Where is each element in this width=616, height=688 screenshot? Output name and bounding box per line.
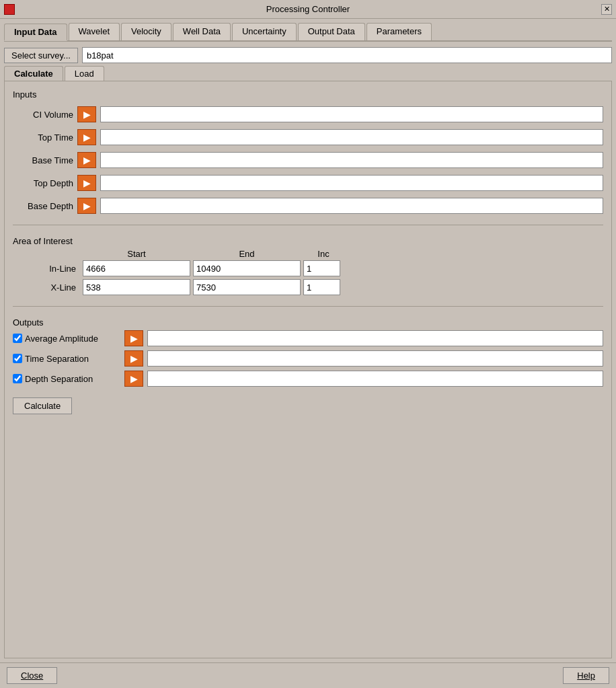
base-time-arrow-button[interactable] bbox=[77, 152, 96, 168]
top-depth-label: Top Depth bbox=[13, 178, 73, 188]
input-row-ci-volume: CI Volume bbox=[13, 106, 603, 122]
main-content: Input Data Wavelet Velocity Well Data Un… bbox=[0, 19, 616, 662]
help-button[interactable]: Help bbox=[563, 667, 609, 684]
aoi-row-xline: X-Line bbox=[13, 279, 603, 295]
xline-start-input[interactable] bbox=[83, 279, 190, 295]
tab-well-data[interactable]: Well Data bbox=[173, 23, 231, 40]
top-depth-arrow-button[interactable] bbox=[77, 175, 96, 191]
output-row-avg-amplitude: Average Amplitude bbox=[13, 330, 603, 346]
depth-separation-arrow-button[interactable] bbox=[124, 371, 143, 387]
calculate-button-wrapper: Calculate bbox=[13, 395, 603, 414]
xline-label: X-Line bbox=[13, 282, 80, 293]
tab-bar: Input Data Wavelet Velocity Well Data Un… bbox=[4, 23, 612, 42]
time-separation-input[interactable] bbox=[147, 350, 603, 367]
aoi-row-inline: In-Line bbox=[13, 260, 603, 276]
window-title: Processing Controller bbox=[15, 4, 601, 14]
avg-amplitude-arrow-button[interactable] bbox=[124, 330, 143, 346]
inline-inc-input[interactable] bbox=[303, 260, 340, 276]
ci-volume-label: CI Volume bbox=[13, 110, 73, 120]
top-time-input[interactable] bbox=[100, 129, 603, 145]
input-row-base-time: Base Time bbox=[13, 152, 603, 168]
tab-velocity[interactable]: Velocity bbox=[121, 23, 171, 40]
outputs-section: Outputs Average Amplitude Time Separatio… bbox=[13, 317, 603, 391]
help-label: Help bbox=[577, 671, 595, 681]
input-row-base-depth: Base Depth bbox=[13, 198, 603, 214]
inline-label: In-Line bbox=[13, 264, 80, 274]
top-time-label: Top Time bbox=[13, 132, 73, 143]
inline-start-input[interactable] bbox=[83, 260, 190, 276]
avg-amplitude-input[interactable] bbox=[147, 330, 603, 346]
avg-amplitude-checkbox-label[interactable]: Average Amplitude bbox=[13, 334, 120, 344]
tab-parameters[interactable]: Parameters bbox=[367, 23, 432, 40]
bottom-bar: Close Help bbox=[0, 662, 616, 688]
aoi-col-inc: Inc bbox=[303, 249, 344, 259]
time-separation-checkbox[interactable] bbox=[13, 354, 22, 363]
close-label: Close bbox=[21, 671, 43, 681]
tab-output-data[interactable]: Output Data bbox=[298, 23, 365, 40]
input-row-top-depth: Top Depth bbox=[13, 175, 603, 191]
avg-amplitude-checkbox[interactable] bbox=[13, 334, 22, 343]
depth-separation-checkbox-label[interactable]: Depth Separation bbox=[13, 374, 120, 384]
app-icon bbox=[4, 4, 15, 15]
select-survey-button[interactable]: Select survey... bbox=[4, 48, 78, 63]
time-separation-label: Time Separation bbox=[25, 354, 89, 364]
aoi-section: Area of Interest Start End Inc In-Line X… bbox=[13, 236, 603, 298]
base-time-input[interactable] bbox=[100, 152, 603, 168]
time-separation-arrow-button[interactable] bbox=[124, 350, 143, 367]
tab-uncertainty[interactable]: Uncertainty bbox=[232, 23, 297, 40]
tab-input-data[interactable]: Input Data bbox=[4, 24, 67, 41]
aoi-section-title: Area of Interest bbox=[13, 236, 603, 246]
calculate-button[interactable]: Calculate bbox=[13, 397, 72, 414]
tab-wavelet[interactable]: Wavelet bbox=[69, 23, 120, 40]
time-separation-checkbox-label[interactable]: Time Separation bbox=[13, 354, 120, 364]
close-icon[interactable]: ✕ bbox=[601, 4, 612, 15]
depth-separation-checkbox[interactable] bbox=[13, 374, 22, 383]
aoi-header-row: Start End Inc bbox=[13, 249, 603, 259]
close-button[interactable]: Close bbox=[7, 667, 57, 684]
title-bar: Processing Controller ✕ bbox=[0, 0, 616, 19]
outputs-section-title: Outputs bbox=[13, 317, 603, 328]
top-depth-input[interactable] bbox=[100, 175, 603, 191]
output-row-time-sep: Time Separation bbox=[13, 350, 603, 367]
sub-tab-calculate[interactable]: Calculate bbox=[4, 66, 63, 81]
survey-row: Select survey... bbox=[4, 47, 612, 63]
base-depth-arrow-button[interactable] bbox=[77, 198, 96, 214]
output-row-depth-sep: Depth Separation bbox=[13, 371, 603, 387]
input-row-top-time: Top Time bbox=[13, 129, 603, 145]
depth-separation-input[interactable] bbox=[147, 371, 603, 387]
xline-inc-input[interactable] bbox=[303, 279, 340, 295]
survey-value-input[interactable] bbox=[82, 47, 612, 63]
aoi-col-start: Start bbox=[83, 249, 190, 259]
sub-tab-load[interactable]: Load bbox=[65, 66, 104, 81]
main-panel: Inputs CI Volume Top Time Base Time Top … bbox=[4, 81, 612, 658]
avg-amplitude-label: Average Amplitude bbox=[25, 334, 98, 344]
base-depth-input[interactable] bbox=[100, 198, 603, 214]
inline-end-input[interactable] bbox=[193, 260, 301, 276]
depth-separation-label: Depth Separation bbox=[25, 374, 93, 384]
base-depth-label: Base Depth bbox=[13, 201, 73, 211]
ci-volume-input[interactable] bbox=[100, 106, 603, 122]
ci-volume-arrow-button[interactable] bbox=[77, 106, 96, 122]
xline-end-input[interactable] bbox=[193, 279, 301, 295]
sub-tab-bar: Calculate Load bbox=[4, 66, 612, 81]
base-time-label: Base Time bbox=[13, 155, 73, 165]
top-time-arrow-button[interactable] bbox=[77, 129, 96, 145]
aoi-col-end: End bbox=[193, 249, 301, 259]
inputs-section-title: Inputs bbox=[13, 89, 603, 100]
